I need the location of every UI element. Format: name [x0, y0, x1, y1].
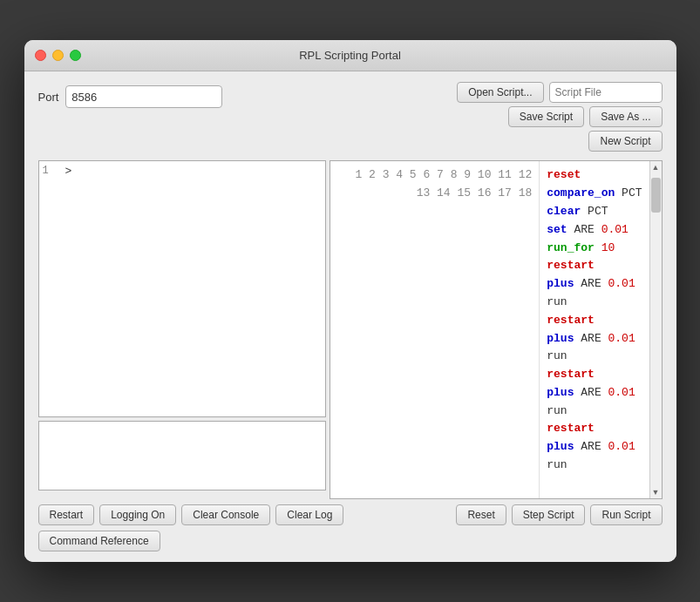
minimize-button[interactable] [52, 50, 64, 61]
script-text: ARE [567, 223, 601, 236]
title-bar: RPL Scripting Portal [24, 40, 676, 71]
line-numbers: 1 2 3 4 5 6 7 8 9 10 11 12 13 14 15 16 1… [330, 161, 540, 497]
window-title: RPL Scripting Portal [299, 49, 401, 62]
editor-line-1: 1 > [43, 165, 322, 178]
top-row: Port Open Script... Save Script Save As … [38, 82, 663, 152]
run-script-button[interactable]: Run Script [590, 504, 662, 525]
script-keyword: restart [547, 314, 595, 327]
script-keyword: 0.01 [601, 223, 629, 236]
clear-console-button[interactable]: Clear Console [181, 504, 270, 525]
script-text [595, 241, 601, 254]
button-group-right: Open Script... Save Script Save As ... N… [457, 82, 662, 152]
script-keyword: plus [547, 332, 574, 345]
new-script-button[interactable]: New Script [588, 131, 662, 152]
port-label: Port [38, 91, 59, 104]
script-keyword: 0.01 [608, 440, 635, 453]
left-panel: 1 > [38, 160, 326, 498]
script-lines[interactable]: reset compare_on PCT clear PCT set ARE 0… [540, 161, 649, 497]
scrollbar[interactable]: ▲ ▼ [649, 161, 662, 497]
script-keyword: 0.01 [608, 386, 635, 399]
script-text: ARE [574, 277, 608, 290]
script-keyword: compare_on [547, 186, 615, 200]
bottom-right-buttons: Reset Step Script Run Script [456, 504, 662, 525]
port-row: Port [38, 85, 223, 108]
script-keyword: run_for [547, 241, 595, 254]
new-row: New Script [588, 131, 662, 152]
script-keyword: restart [547, 259, 595, 272]
main-content: Port Open Script... Save Script Save As … [24, 71, 676, 561]
save-row: Save Script Save As ... [508, 106, 663, 127]
clear-log-button[interactable]: Clear Log [275, 504, 343, 525]
script-keyword: plus [547, 440, 574, 453]
reset-button[interactable]: Reset [456, 504, 506, 525]
open-script-button[interactable]: Open Script... [457, 82, 543, 103]
script-keyword: restart [547, 368, 595, 381]
script-keyword: 0.01 [608, 277, 635, 290]
restart-button[interactable]: Restart [38, 504, 95, 525]
command-editor[interactable]: 1 > [38, 160, 326, 417]
main-area: 1 > 1 2 3 4 5 6 7 8 9 10 11 12 13 14 15 … [38, 160, 663, 498]
step-script-button[interactable]: Step Script [512, 504, 586, 525]
script-text: ARE [574, 440, 608, 453]
console-area[interactable] [38, 421, 326, 490]
maximize-button[interactable] [70, 50, 81, 61]
main-window: RPL Scripting Portal Port Open Script...… [24, 40, 676, 561]
script-keyword: reset [547, 168, 581, 181]
logging-on-button[interactable]: Logging On [99, 504, 176, 525]
scroll-track [650, 173, 662, 485]
script-text: ARE [574, 386, 608, 399]
script-keyword: plus [547, 277, 574, 290]
script-keyword: 10 [601, 241, 615, 254]
script-text: PCT [581, 205, 608, 218]
save-as-button[interactable]: Save As ... [589, 106, 662, 127]
script-text: run [547, 458, 567, 471]
port-input[interactable] [65, 85, 222, 108]
script-keyword: 0.01 [608, 332, 635, 345]
bottom-row: Restart Logging On Clear Console Clear L… [38, 504, 663, 525]
script-text: run [547, 295, 567, 308]
bottom-left-buttons: Restart Logging On Clear Console Clear L… [38, 504, 344, 525]
open-row: Open Script... [457, 82, 662, 103]
script-file-input[interactable] [549, 82, 663, 103]
script-text: run [547, 404, 567, 417]
script-keyword: set [547, 223, 567, 236]
scroll-up-icon[interactable]: ▲ [649, 161, 662, 173]
script-content: 1 2 3 4 5 6 7 8 9 10 11 12 13 14 15 16 1… [330, 161, 662, 497]
traffic-lights [35, 50, 81, 61]
right-panel: 1 2 3 4 5 6 7 8 9 10 11 12 13 14 15 16 1… [330, 160, 663, 498]
close-button[interactable] [35, 50, 46, 61]
editor-line-number: 1 [43, 165, 60, 178]
script-text: ARE [574, 332, 608, 345]
script-text: run [547, 349, 567, 362]
scroll-thumb[interactable] [651, 178, 661, 213]
script-keyword: restart [547, 422, 595, 435]
command-reference-button[interactable]: Command Reference [38, 531, 160, 551]
script-text: PCT [615, 186, 642, 200]
script-keyword: clear [547, 205, 581, 218]
save-script-button[interactable]: Save Script [508, 106, 584, 127]
scroll-down-icon[interactable]: ▼ [649, 486, 662, 498]
command-reference-row: Command Reference [38, 531, 663, 551]
script-keyword: plus [547, 386, 574, 399]
editor-cursor: > [65, 165, 72, 178]
